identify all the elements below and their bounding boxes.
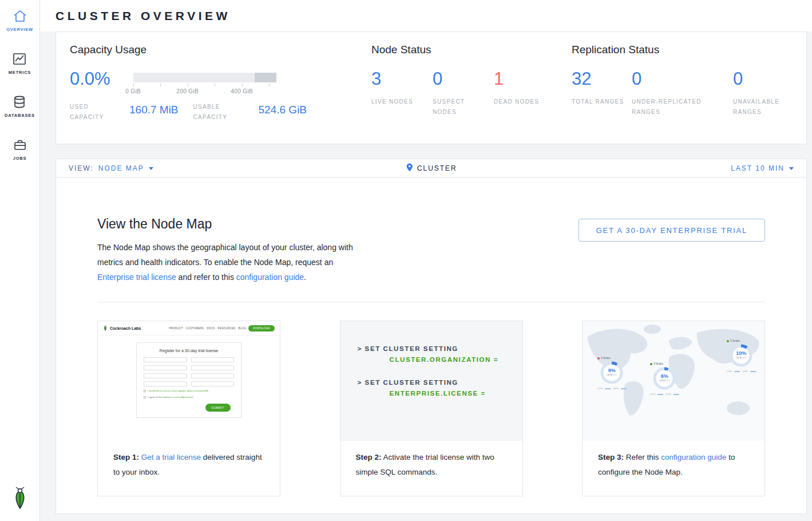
mini-submit-button: SUBMIT <box>205 404 231 412</box>
total-ranges-stat: 32 TOTAL RANGES <box>572 70 632 117</box>
caption-text: Refer this <box>624 453 661 461</box>
sidebar-item-metrics[interactable]: METRICS <box>9 52 31 75</box>
jobs-icon <box>13 138 27 152</box>
home-icon <box>13 9 27 23</box>
page-header: CLUSTER OVERVIEW <box>40 0 812 31</box>
step-1-card: Cockroach Labs PRODUCT CUSTOMERS DOCS RE… <box>97 321 280 496</box>
mini-checkbox-label: I agree to the Software License Agreemen… <box>148 396 193 399</box>
mini-form-input <box>144 381 187 386</box>
capacity-donut: 9% CAPACITY <box>599 360 624 385</box>
used-capacity-label: USED CAPACITY <box>70 102 114 123</box>
tick-mark <box>133 84 134 86</box>
mini-cockroach-logo-icon <box>103 323 108 333</box>
mini-nav-item: CUSTOMERS <box>186 327 204 330</box>
locality-nodes-marker: 3 Nodes <box>597 357 611 360</box>
locality-mini-stats: CPU QPS <box>727 370 756 373</box>
locality-dot-icon <box>650 363 652 365</box>
node-status-title: Node Status <box>371 44 572 56</box>
live-nodes-stat: 3 LIVE NODES <box>371 70 433 117</box>
step-1-caption: Step 1: Get a trial license delivered st… <box>98 441 280 480</box>
locality-badge: 3 Nodes 6% CAPACITY CPU QPS <box>650 362 679 396</box>
locality-mini-stats: CPU QPS <box>650 393 679 396</box>
axis-tick-label: 200 GiB <box>176 88 199 94</box>
under-replicated-ranges-stat: 0 UNDER-REPLICATED RANGES <box>632 70 733 117</box>
usable-capacity-label: USABLE CAPACITY <box>193 102 244 123</box>
capacity-bar-axis: 0 GiB 200 GiB 400 GiB <box>133 82 276 96</box>
mini-agree-checkbox-row: I agree to the Software License Agreemen… <box>144 396 234 399</box>
live-nodes-label: LIVE NODES <box>371 97 426 107</box>
tick-mark <box>160 84 161 86</box>
main-content: CLUSTER OVERVIEW Capacity Usage 0.0% <box>40 0 812 521</box>
capacity-bar <box>133 73 276 82</box>
axis-tick-label: 0 GiB <box>125 88 141 94</box>
sql-setting: CLUSTER.ORGANIZATION = <box>390 356 522 363</box>
mini-form-input <box>144 357 187 362</box>
dead-nodes-value: 1 <box>494 70 555 88</box>
chevron-down-icon <box>789 167 794 170</box>
sidebar-item-label: METRICS <box>9 70 31 75</box>
sql-setting: ENTERPRISE.LICENSE = <box>390 390 522 397</box>
cockroachdb-logo-icon <box>11 487 29 512</box>
mini-nav-item: DOCS <box>207 327 215 330</box>
mini-registration-form: Register for a 30-day trial license I wo… <box>136 342 241 418</box>
breadcrumb-label: CLUSTER <box>417 164 457 172</box>
mini-form-input <box>144 365 187 370</box>
mini-nav-item: PRODUCT <box>169 327 183 330</box>
suspect-nodes-stat: 0 SUSPECT NODES <box>433 70 494 117</box>
sql-prompt: > SET CLUSTER SETTING <box>358 345 522 352</box>
node-map-card: View the Node Map The Node Map shows the… <box>56 177 807 514</box>
mini-checkbox <box>144 396 146 398</box>
enterprise-trial-button[interactable]: GET A 30-DAY ENTERPRISE TRIAL <box>579 219 765 242</box>
node-status-section: Node Status 3 LIVE NODES 0 SUSPECT NODES… <box>371 44 572 130</box>
location-pin-icon <box>406 163 413 173</box>
mini-nav-item: RESOURCES <box>217 327 235 330</box>
sql-commands-screenshot: > SET CLUSTER SETTING CLUSTER.ORGANIZATI… <box>340 321 522 441</box>
cluster-breadcrumb[interactable]: CLUSTER <box>406 163 457 173</box>
capacity-donut: 6% CAPACITY <box>652 366 677 391</box>
view-value: NODE MAP <box>98 164 144 172</box>
time-range-dropdown[interactable]: LAST 10 MIN <box>731 164 794 172</box>
view-selector-dropdown[interactable]: VIEW: NODE MAP <box>69 164 153 172</box>
mini-form-title: Register for a 30-day trial license <box>144 349 234 353</box>
node-map-description: The Node Map shows the geographical layo… <box>97 240 359 285</box>
locality-nodes-marker: 3 Nodes <box>727 340 740 342</box>
locality-dot-icon <box>727 340 729 342</box>
axis-tick-label: 400 GiB <box>231 88 253 94</box>
total-ranges-label: TOTAL RANGES <box>572 97 626 107</box>
step-3-caption: Step 3: Refer this configuration guide t… <box>583 441 765 480</box>
mini-form-fields <box>144 357 234 386</box>
capacity-bar-chart: 0 GiB 200 GiB 400 GiB <box>133 70 276 96</box>
cluster-summary-card: Capacity Usage 0.0% 0 GiB <box>56 31 807 144</box>
locality-mini-stats: CPU QPS <box>597 387 627 390</box>
databases-icon <box>12 95 27 109</box>
configuration-guide-link[interactable]: configuration guide <box>661 453 726 461</box>
mini-site-header: Cockroach Labs PRODUCT CUSTOMERS DOCS RE… <box>98 321 280 336</box>
sidebar-item-overview[interactable]: OVERVIEW <box>6 9 33 32</box>
sql-prompt: > SET CLUSTER SETTING <box>358 379 522 386</box>
enterprise-trial-license-link[interactable]: Enterprise trial license <box>97 273 176 282</box>
node-map-title: View the Node Map <box>97 216 359 232</box>
tick-mark <box>188 84 188 86</box>
sidebar-item-jobs[interactable]: JOBS <box>13 138 27 161</box>
setup-steps: Cockroach Labs PRODUCT CUSTOMERS DOCS RE… <box>97 321 765 496</box>
mini-updates-checkbox-row: I would like to receive email updates ab… <box>144 389 234 393</box>
step-label: Step 1: <box>113 453 139 461</box>
locality-badge: 3 Nodes 10% CAPACITY CPU QPS <box>727 340 756 373</box>
tick-mark <box>269 84 270 86</box>
description-text: . <box>304 273 306 282</box>
tick-mark <box>242 84 243 86</box>
configuration-guide-link[interactable]: configuration guide <box>236 273 304 282</box>
mini-form-input <box>144 373 187 378</box>
metrics-icon <box>12 52 27 66</box>
step-label: Step 2: <box>356 453 382 461</box>
sidebar: OVERVIEW METRICS DATABASES JOBS <box>0 0 40 521</box>
sidebar-item-databases[interactable]: DATABASES <box>5 95 35 118</box>
mini-form-input <box>191 373 235 378</box>
get-trial-license-link[interactable]: Get a trial license <box>141 453 201 461</box>
step-2-card: > SET CLUSTER SETTING CLUSTER.ORGANIZATI… <box>340 321 523 496</box>
usable-capacity-value: 524.6 GiB <box>259 102 307 116</box>
unavailable-ranges-value: 0 <box>733 70 787 88</box>
under-replicated-ranges-label: UNDER-REPLICATED RANGES <box>632 97 723 117</box>
used-capacity-percent: 0.0% <box>70 70 110 88</box>
registration-page-screenshot: Cockroach Labs PRODUCT CUSTOMERS DOCS RE… <box>98 321 280 441</box>
